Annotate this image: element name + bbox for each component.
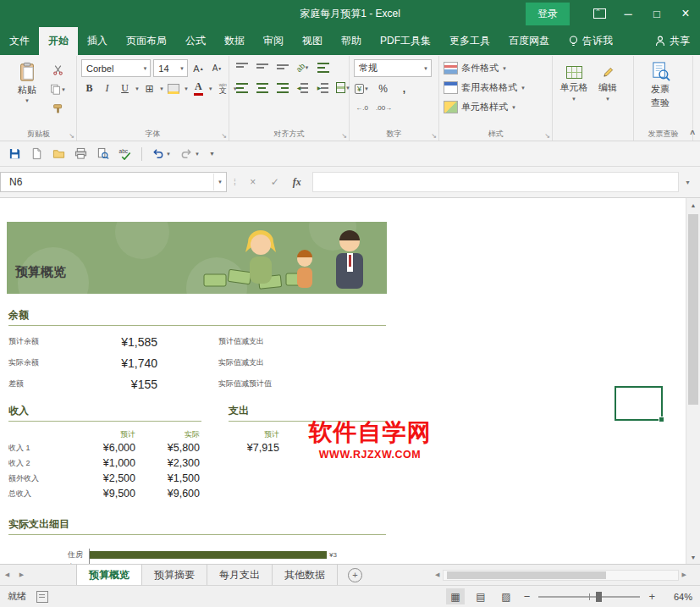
paste-dropdown-icon[interactable]: ▼ [25, 98, 30, 103]
accounting-format-icon[interactable]: ¥▼ [354, 80, 370, 97]
print-preview-button[interactable] [96, 147, 109, 160]
horizontal-scroll-thumb[interactable] [447, 571, 606, 579]
income-row-est[interactable]: ¥1,000 [83, 457, 135, 469]
page-layout-view-button[interactable]: ▤ [471, 588, 490, 604]
zoom-out-button[interactable]: − [522, 590, 532, 603]
font-color-dropdown-icon[interactable]: ▼ [208, 86, 213, 91]
comma-style-icon[interactable]: , [396, 80, 412, 97]
wrap-text-button[interactable] [315, 59, 331, 75]
income-row-act[interactable]: ¥9,600 [135, 488, 200, 499]
open-button[interactable] [52, 147, 65, 160]
cells-button[interactable]: 单元格 ▼ [557, 66, 591, 102]
increase-indent-button[interactable]: ▶ [315, 80, 331, 96]
sheet-tab-monthly-expense[interactable]: 每月支出 [207, 565, 273, 585]
ribbon-display-options-icon[interactable] [585, 0, 614, 27]
macro-record-icon[interactable] [36, 591, 48, 603]
increase-decimal-icon[interactable]: ←.0 [354, 100, 370, 116]
invoice-check-button[interactable]: 发票 查验 [638, 59, 682, 109]
balance-row-value[interactable]: ¥1,585 [69, 335, 157, 349]
paste-button[interactable]: 粘贴 ▼ [5, 59, 49, 103]
tab-view[interactable]: 视图 [293, 27, 332, 55]
name-box-dropdown-icon[interactable]: ▼ [218, 179, 223, 185]
font-name-select[interactable]: Corbel▼ [81, 59, 151, 77]
align-middle-button[interactable] [254, 59, 270, 75]
zoom-slider-thumb[interactable] [596, 592, 602, 602]
insert-function-icon[interactable]: fx [287, 176, 307, 189]
income-row-est[interactable]: ¥9,500 [83, 488, 135, 499]
percent-style-icon[interactable]: % [375, 80, 391, 97]
balance-row-value[interactable]: ¥1,740 [69, 356, 157, 370]
format-as-table-button[interactable]: 套用表格格式 ▼ [444, 79, 526, 97]
collapse-ribbon-icon[interactable]: ^ [690, 130, 695, 139]
zoom-slider[interactable] [538, 596, 640, 598]
tab-home[interactable]: 开始 [39, 27, 78, 55]
selected-cell[interactable] [615, 386, 663, 421]
sheet-nav-left-icon[interactable]: ◀ [0, 565, 14, 585]
fill-handle[interactable] [659, 417, 664, 422]
decrease-decimal-icon[interactable]: .00→ [375, 100, 393, 116]
sheet-tab-budget-summary[interactable]: 预算摘要 [142, 565, 207, 585]
formula-bar-resize-handle[interactable]: ⁞ [229, 178, 241, 187]
horizontal-scrollbar[interactable]: ◀ ▶ [432, 565, 700, 585]
balance-row-value[interactable]: ¥155 [69, 378, 157, 391]
decrease-font-icon[interactable]: A▼ [209, 60, 225, 76]
formula-input[interactable] [312, 172, 679, 192]
number-dialog-launcher-icon[interactable]: ↘ [431, 133, 437, 140]
tab-help[interactable]: 帮助 [332, 27, 371, 55]
maximize-button[interactable]: □ [642, 0, 671, 27]
undo-button[interactable]: ▼ [152, 147, 171, 160]
tab-insert[interactable]: 插入 [78, 27, 117, 55]
tab-page-layout[interactable]: 页面布局 [117, 27, 176, 55]
vertical-scrollbar[interactable]: ▲ ▼ [686, 198, 700, 564]
enter-icon[interactable]: ✓ [265, 176, 285, 188]
chart-bar-housing[interactable] [90, 551, 327, 559]
italic-button[interactable]: I [99, 80, 115, 97]
alignment-dialog-launcher-icon[interactable]: ↘ [341, 133, 347, 140]
underline-dropdown-icon[interactable]: ▼ [135, 86, 140, 91]
cell-styles-button[interactable]: 单元格样式 ▼ [444, 98, 526, 116]
minimize-button[interactable]: ─ [614, 0, 642, 27]
align-top-button[interactable] [234, 59, 250, 75]
login-button[interactable]: 登录 [526, 3, 570, 25]
decrease-indent-button[interactable]: ◀ [295, 80, 311, 96]
font-size-select[interactable]: 14▼ [153, 59, 188, 77]
income-row-act[interactable]: ¥5,800 [135, 442, 200, 454]
income-row-act[interactable]: ¥2,300 [135, 457, 200, 469]
bold-button[interactable]: B [81, 80, 97, 97]
income-row-est[interactable]: ¥6,000 [83, 442, 135, 454]
income-row-act[interactable]: ¥1,500 [135, 472, 200, 484]
cancel-icon[interactable]: × [243, 176, 263, 188]
styles-dialog-launcher-icon[interactable]: ↘ [544, 133, 550, 140]
sheet-tab-other-data[interactable]: 其他数据 [273, 565, 338, 585]
scroll-left-icon[interactable]: ◀ [432, 571, 443, 578]
tab-pdf-tools[interactable]: PDF工具集 [371, 27, 440, 55]
cut-button[interactable] [49, 62, 67, 78]
zoom-level[interactable]: 64% [664, 592, 692, 602]
fill-color-icon[interactable] [166, 80, 182, 97]
redo-button[interactable]: ▼ [180, 147, 200, 160]
qat-customize-button[interactable]: ▼ [209, 151, 215, 157]
normal-view-button[interactable]: ▦ [446, 588, 465, 604]
conditional-formatting-button[interactable]: 条件格式 ▼ [444, 59, 526, 77]
income-row-est[interactable]: ¥2,500 [83, 472, 135, 484]
editing-button[interactable]: 编辑 ▼ [591, 66, 625, 102]
copy-button[interactable]: ▼ [49, 81, 67, 97]
borders-dropdown-icon[interactable]: ▼ [159, 86, 164, 91]
align-left-button[interactable] [234, 80, 250, 96]
zoom-in-button[interactable]: + [647, 590, 657, 603]
scroll-up-icon[interactable]: ▲ [686, 198, 700, 212]
horizontal-scroll-track[interactable] [443, 570, 678, 581]
number-format-select[interactable]: 常规▼ [354, 59, 432, 77]
scroll-down-icon[interactable]: ▼ [686, 550, 700, 564]
phonetic-guide-icon[interactable]: wén文 [215, 80, 231, 97]
clipboard-dialog-launcher-icon[interactable]: ↘ [69, 133, 74, 140]
increase-font-icon[interactable]: A▲ [190, 60, 207, 76]
align-bottom-button[interactable] [274, 59, 290, 75]
tab-review[interactable]: 审阅 [254, 27, 293, 55]
print-button[interactable] [74, 147, 87, 160]
align-right-button[interactable] [274, 80, 290, 96]
tab-file[interactable]: 文件 [0, 27, 39, 55]
vertical-scroll-thumb[interactable] [688, 214, 698, 405]
tab-baidu-netdisk[interactable]: 百度网盘 [499, 27, 559, 55]
tab-data[interactable]: 数据 [215, 27, 254, 55]
